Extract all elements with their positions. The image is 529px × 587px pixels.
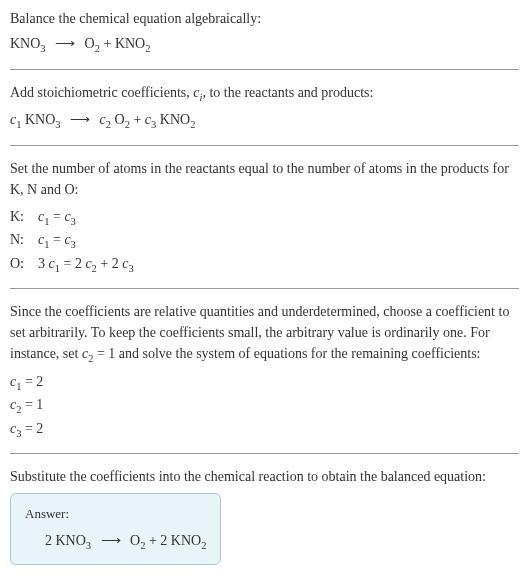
stoich-equation: c1 KNO3 ⟶ c2 O2 + c3 KNO2 xyxy=(10,109,519,133)
stoich-section: Add stoichiometric coefficients, ci, to … xyxy=(10,82,519,146)
product1: O xyxy=(85,36,95,51)
intro-text: Balance the chemical equation algebraica… xyxy=(10,8,519,29)
arbitrary-section: Since the coefficients are relative quan… xyxy=(10,301,519,454)
atom-table: K: c1 = c3 N: c1 = c3 O: 3 c1 = 2 c2 + 2… xyxy=(10,206,519,277)
answer-label: Answer: xyxy=(25,504,206,524)
atom-row-k: K: c1 = c3 xyxy=(10,206,519,230)
atom-row-n: N: c1 = c3 xyxy=(10,229,519,253)
reactant-sub: 3 xyxy=(40,43,45,54)
plus: + xyxy=(100,36,115,51)
coeff-c2: c2 = 1 xyxy=(10,394,519,418)
arrow-icon: ⟶ xyxy=(95,533,127,548)
atoms-section: Set the number of atoms in the reactants… xyxy=(10,158,519,290)
stoich-text: Add stoichiometric coefficients, ci, to … xyxy=(10,82,519,106)
product2-sub: 2 xyxy=(145,43,150,54)
product2: KNO xyxy=(115,36,145,51)
intro-equation: KNO3 ⟶ O2 + KNO2 xyxy=(10,33,519,57)
arrow-icon: ⟶ xyxy=(49,36,81,51)
coeff-c3: c3 = 2 xyxy=(10,418,519,442)
coeff-c1: c1 = 2 xyxy=(10,371,519,395)
coeff-list: c1 = 2 c2 = 1 c3 = 2 xyxy=(10,371,519,442)
atoms-text: Set the number of atoms in the reactants… xyxy=(10,158,519,200)
arbitrary-text: Since the coefficients are relative quan… xyxy=(10,301,519,367)
answer-equation: 2 KNO3 ⟶ O2 + 2 KNO2 xyxy=(25,530,206,554)
substitute-text: Substitute the coefficients into the che… xyxy=(10,466,519,487)
atom-row-o: O: 3 c1 = 2 c2 + 2 c3 xyxy=(10,253,519,277)
reactant: KNO xyxy=(10,36,40,51)
intro-section: Balance the chemical equation algebraica… xyxy=(10,8,519,70)
answer-box: Answer: 2 KNO3 ⟶ O2 + 2 KNO2 xyxy=(10,493,221,564)
arrow-icon: ⟶ xyxy=(64,112,96,127)
substitute-section: Substitute the coefficients into the che… xyxy=(10,466,519,564)
